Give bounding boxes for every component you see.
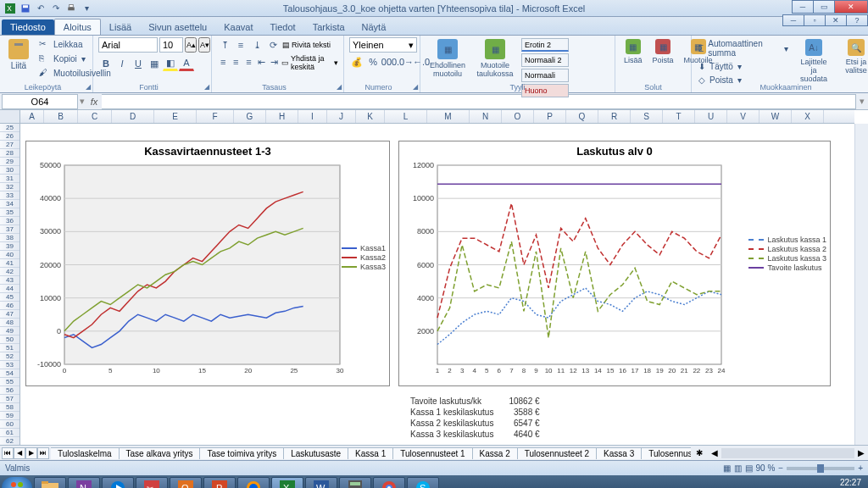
task-explorer[interactable] xyxy=(34,477,66,488)
help-button[interactable]: ? xyxy=(846,14,868,26)
tab-formulas[interactable]: Kaavat xyxy=(215,19,261,35)
cells-area[interactable]: Kassavirtaennusteet 1-3 -100000100002000… xyxy=(20,124,854,445)
border-button[interactable]: ▦ xyxy=(147,56,162,71)
doc-minimize-button[interactable]: ─ xyxy=(782,14,804,26)
sheet-nav-first[interactable]: ⏮ xyxy=(2,447,14,459)
row-headers[interactable]: 2526272829303132333435363738394041424344… xyxy=(0,124,20,445)
orientation-button[interactable]: ⟳ xyxy=(265,37,281,53)
excel-icon[interactable]: X xyxy=(3,2,17,15)
hscroll-left[interactable]: ◀ xyxy=(708,448,721,458)
redo-icon[interactable]: ↷ xyxy=(49,2,63,15)
decrease-font-button[interactable]: A▾ xyxy=(198,37,210,53)
fx-icon[interactable]: fx xyxy=(86,97,102,107)
system-tray[interactable]: 22:27 28.2.2015 xyxy=(819,478,867,488)
format-table-button[interactable]: ▦Muotoile taulukossa xyxy=(473,37,517,80)
font-size-input[interactable] xyxy=(159,37,183,53)
view-normal-icon[interactable]: ▦ xyxy=(723,463,731,473)
comma-button[interactable]: 000 xyxy=(381,54,397,69)
font-name-input[interactable] xyxy=(98,37,158,53)
zoom-level[interactable]: 90 % xyxy=(756,463,776,473)
number-format-select[interactable]: Yleinen▾ xyxy=(349,37,417,53)
delete-cells-button[interactable]: ▦Poista xyxy=(649,37,677,66)
autosum-button[interactable]: Σ Automaattinen summa ▾ xyxy=(697,37,790,59)
doc-restore-button[interactable]: ▫ xyxy=(804,14,826,26)
select-all-corner[interactable] xyxy=(0,110,20,124)
tab-data[interactable]: Tiedot xyxy=(261,19,303,35)
new-sheet-button[interactable]: ✱ xyxy=(691,448,708,458)
bold-button[interactable]: B xyxy=(98,56,114,71)
zoom-in-button[interactable]: + xyxy=(858,463,863,473)
save-icon[interactable] xyxy=(19,2,32,15)
sheet-tab[interactable]: Laskutusaste xyxy=(283,447,348,459)
sheet-nav-next[interactable]: ▶ xyxy=(25,447,37,459)
italic-button[interactable]: I xyxy=(114,56,130,71)
tab-insert[interactable]: Lisää xyxy=(101,19,140,35)
sheet-tab[interactable]: Tase toimiva yritys xyxy=(199,447,284,459)
task-outlook[interactable]: O xyxy=(170,477,202,488)
zoom-slider[interactable] xyxy=(787,467,854,470)
decimal-inc-button[interactable]: .0→ xyxy=(398,54,413,69)
sheet-tab[interactable]: Kassa 3 xyxy=(596,447,642,459)
maximize-button[interactable]: ▭ xyxy=(813,0,835,14)
sort-filter-button[interactable]: A↓Lajittele ja suodata xyxy=(793,37,834,85)
align-right-button[interactable]: ≡ xyxy=(242,54,254,69)
namebox-dropdown-icon[interactable]: ▾ xyxy=(78,96,86,107)
task-word[interactable]: W xyxy=(305,477,337,488)
indent-inc-button[interactable]: ⇥ xyxy=(269,54,281,69)
task-media[interactable] xyxy=(102,477,134,488)
sheet-tab[interactable]: Kassa 2 xyxy=(472,447,518,459)
start-button[interactable] xyxy=(2,477,32,488)
paste-button[interactable]: Liitä xyxy=(5,37,32,72)
tab-view[interactable]: Näytä xyxy=(353,19,395,35)
sheet-tab[interactable]: Tulosennusteet 1 xyxy=(392,447,472,459)
task-skype[interactable]: S xyxy=(407,477,439,488)
style-erotin2[interactable]: Erotin 2 xyxy=(521,38,569,52)
task-snip[interactable]: ✂ xyxy=(136,477,168,488)
align-middle-button[interactable]: ≡ xyxy=(233,37,248,53)
close-button[interactable]: ✕ xyxy=(834,0,868,14)
worksheet-grid[interactable]: ABCDEFGHIJKLMNOPQRSTUVWX 252627282930313… xyxy=(0,110,868,445)
percent-button[interactable]: % xyxy=(365,54,381,69)
sheet-nav-last[interactable]: ⏭ xyxy=(37,447,49,459)
view-layout-icon[interactable]: ▥ xyxy=(734,463,742,473)
sheet-tab[interactable]: Tulosennusteet 2 xyxy=(517,447,597,459)
conditional-format-button[interactable]: ▦Ehdollinen muotoilu xyxy=(426,37,470,80)
insert-cells-button[interactable]: ▦Lisää xyxy=(620,37,646,66)
chart-kassavirta[interactable]: Kassavirtaennusteet 1-3 -100000100002000… xyxy=(25,141,390,386)
minimize-button[interactable]: ─ xyxy=(792,0,814,14)
qat-dropdown-icon[interactable]: ▾ xyxy=(80,2,93,15)
name-box[interactable]: O64 xyxy=(2,94,78,109)
find-select-button[interactable]: 🔍Etsi ja valitse xyxy=(837,37,868,76)
fill-color-button[interactable]: ◧ xyxy=(163,56,178,71)
indent-dec-button[interactable]: ⇤ xyxy=(256,54,268,69)
style-normaali[interactable]: Normaali xyxy=(521,69,569,82)
zoom-out-button[interactable]: − xyxy=(778,463,783,473)
sheet-tab[interactable]: Kassa 1 xyxy=(348,447,393,459)
undo-icon[interactable]: ↶ xyxy=(34,2,47,15)
sheet-tab[interactable]: Tulosennusteet 3 xyxy=(641,447,690,459)
font-color-button[interactable]: A xyxy=(179,56,194,71)
sheet-nav-prev[interactable]: ◀ xyxy=(14,447,25,459)
print-icon[interactable] xyxy=(64,2,78,15)
task-firefox[interactable] xyxy=(237,477,270,488)
fill-button[interactable]: ⬇ Täyttö ▾ xyxy=(697,60,790,73)
chart-laskutus[interactable]: Laskutus alv 0 2000400060008000100001200… xyxy=(398,141,831,386)
wrap-text-button[interactable]: ▤Rivitä teksti xyxy=(282,37,331,53)
align-center-button[interactable]: ≡ xyxy=(230,54,242,69)
view-pagebreak-icon[interactable]: ▤ xyxy=(745,463,753,473)
tab-layout[interactable]: Sivun asettelu xyxy=(140,19,215,35)
increase-font-button[interactable]: A▴ xyxy=(185,37,197,53)
column-headers[interactable]: ABCDEFGHIJKLMNOPQRSTUVWX xyxy=(20,110,854,124)
task-calculator[interactable] xyxy=(339,477,371,488)
vertical-scrollbar[interactable] xyxy=(854,124,868,445)
align-top-button[interactable]: ⤒ xyxy=(217,37,232,53)
task-onenote[interactable]: N xyxy=(68,477,100,488)
align-left-button[interactable]: ≡ xyxy=(217,54,229,69)
formula-expand-icon[interactable]: ▾ xyxy=(856,96,868,107)
align-bottom-button[interactable]: ⤓ xyxy=(249,37,264,53)
tab-home[interactable]: Aloitus xyxy=(54,19,101,35)
sheet-tab[interactable]: Tuloslaskelma xyxy=(51,447,120,459)
style-normaali2[interactable]: Normaali 2 xyxy=(521,53,569,67)
tab-review[interactable]: Tarkista xyxy=(304,19,353,35)
currency-button[interactable]: 💰 xyxy=(349,54,364,69)
